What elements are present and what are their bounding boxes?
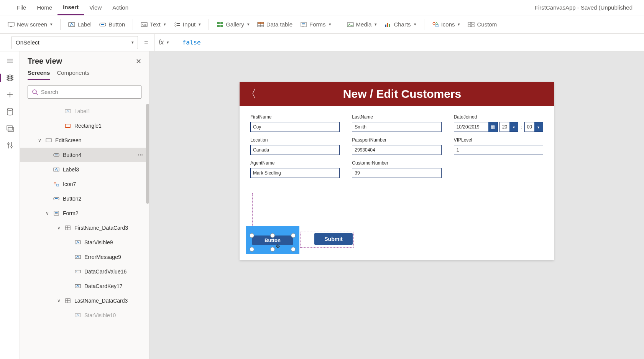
label-icon (74, 283, 81, 289)
textbox-icon: Abc (141, 21, 148, 28)
ribbon-custom-label: Custom (477, 21, 497, 28)
tree-item-firstname_datacard3[interactable]: ∨FirstName_DataCard3 (20, 221, 149, 235)
menu-action[interactable]: Action (107, 0, 134, 15)
insert-icon[interactable] (5, 91, 15, 99)
scrollbar[interactable] (146, 104, 149, 204)
chevron-icon[interactable]: ∨ (44, 211, 50, 216)
tree-item-button2[interactable]: Button2 (20, 191, 149, 206)
ribbon-button[interactable]: Button (99, 21, 125, 28)
fx-button[interactable]: fx ▾ (154, 34, 172, 51)
field-customernumber: CustomerNumber (352, 160, 441, 178)
menu-view[interactable]: View (84, 0, 107, 15)
resize-handle[interactable] (291, 247, 296, 252)
ribbon-media[interactable]: Media▾ (347, 21, 377, 28)
tree-item-datacardkey17[interactable]: DataCardKey17 (20, 279, 149, 293)
svg-rect-59 (54, 211, 59, 216)
resize-handle[interactable] (270, 233, 275, 238)
menu-home[interactable]: Home (31, 0, 58, 15)
search-input[interactable] (28, 86, 141, 99)
svg-rect-32 (472, 22, 474, 24)
ribbon-text[interactable]: Abc Text▾ (141, 21, 166, 28)
button-icon (99, 21, 106, 28)
input-viplevel[interactable] (454, 145, 543, 155)
tab-screens[interactable]: Screens (28, 69, 50, 80)
tree-item-lastname_datacard3[interactable]: ∨LastName_DataCard3 (20, 293, 149, 308)
input-lastname[interactable] (352, 122, 441, 132)
chevron-icon[interactable]: ∨ (56, 225, 61, 231)
ribbon-input[interactable]: Input▾ (174, 21, 201, 28)
formula-input[interactable]: false (179, 39, 632, 46)
advanced-tools-icon[interactable] (5, 141, 15, 150)
close-icon[interactable]: ✕ (136, 57, 141, 66)
tree-item-starvisible10[interactable]: StarVisible10 (20, 308, 149, 323)
ribbon-label[interactable]: Label (68, 21, 92, 28)
tree-item-datacardvalue16[interactable]: DataCardValue16 (20, 264, 149, 279)
chevron-down-icon: ▾ (199, 22, 201, 27)
property-selector[interactable]: OnSelect ▾ (12, 36, 138, 49)
tree-item-icon7[interactable]: Icon7 (20, 177, 149, 191)
input-agentname[interactable] (250, 168, 340, 178)
ribbon-charts[interactable]: Charts▾ (384, 21, 416, 28)
data-icon[interactable] (5, 107, 15, 116)
tree-item-button4[interactable]: Button4⋯ (20, 148, 149, 162)
tree-view-title: Tree view (28, 57, 62, 66)
custom-icon (468, 21, 475, 28)
input-datejoined-date[interactable]: 10/20/2019 ▦ (454, 122, 498, 132)
chevron-icon[interactable]: ∨ (37, 138, 42, 143)
tree-item-errormessage9[interactable]: ErrorMessage9 (20, 250, 149, 264)
tree-item-starvisible9[interactable]: StarVisible9 (20, 235, 149, 250)
svg-rect-56 (57, 184, 59, 186)
tree-item-label: DataCardKey17 (84, 283, 123, 289)
resize-handle[interactable] (250, 233, 254, 238)
tree-item-form2[interactable]: ∨Form2 (20, 206, 149, 221)
label-icon (68, 21, 75, 28)
tree-item-label1[interactable]: Label1 (20, 104, 149, 119)
forms-icon (300, 21, 307, 28)
ribbon-new-screen[interactable]: New screen▾ (8, 21, 53, 28)
svg-rect-14 (220, 25, 223, 27)
dropdown-minute[interactable]: 00▾ (524, 122, 543, 132)
ribbon-custom[interactable]: Custom (468, 21, 497, 28)
tab-components[interactable]: Components (57, 69, 89, 80)
ribbon-gallery[interactable]: Gallery▾ (217, 21, 250, 28)
tree-view-icon[interactable] (0, 74, 15, 82)
menu-insert[interactable]: Insert (58, 0, 84, 15)
tree-list: Label1Rectangle1∨EditScreenButton4⋯Label… (20, 104, 149, 359)
ribbon-icons[interactable]: Icons▾ (432, 21, 460, 28)
more-icon[interactable]: ⋯ (138, 152, 144, 158)
back-icon[interactable]: 〈 (246, 87, 256, 101)
ribbon-media-label: Media (356, 21, 372, 28)
tree-item-label: Label1 (74, 108, 90, 114)
field-agentname: AgentName (250, 160, 340, 178)
resize-handle[interactable] (270, 247, 275, 252)
menu-file[interactable]: File (12, 0, 31, 15)
input-location[interactable] (250, 145, 340, 155)
tree-item-rectangle1[interactable]: Rectangle1 (20, 119, 149, 133)
selection-box-button4[interactable]: Button ✥ (246, 226, 299, 254)
search-field[interactable] (41, 89, 137, 95)
ribbon-new-screen-label: New screen (17, 21, 47, 28)
svg-rect-13 (217, 25, 220, 27)
svg-rect-41 (7, 126, 12, 130)
dropdown-hour[interactable]: 20▾ (499, 122, 518, 132)
divider (60, 19, 61, 30)
media-rail-icon[interactable] (5, 124, 15, 133)
hamburger-icon[interactable] (5, 57, 15, 65)
chevron-down-icon: ▾ (414, 22, 416, 27)
tree-item-label3[interactable]: Label3 (20, 162, 149, 177)
resize-handle[interactable] (291, 233, 296, 238)
input-firstname[interactable] (250, 122, 340, 132)
icons-icon (432, 21, 439, 28)
resize-handle[interactable] (250, 247, 254, 252)
svg-rect-33 (468, 25, 471, 27)
chevron-icon[interactable]: ∨ (56, 298, 61, 303)
ribbon-forms[interactable]: Forms▾ (300, 21, 331, 28)
calendar-icon[interactable]: ▦ (488, 122, 498, 132)
input-passport[interactable] (352, 145, 441, 155)
field-location: Location (250, 137, 340, 155)
input-customernumber[interactable] (352, 168, 441, 178)
tree-item-editscreen[interactable]: ∨EditScreen (20, 133, 149, 148)
screen-icon (8, 21, 15, 28)
submit-button[interactable]: Submit (314, 233, 353, 245)
ribbon-datatable[interactable]: Data table (257, 21, 292, 28)
